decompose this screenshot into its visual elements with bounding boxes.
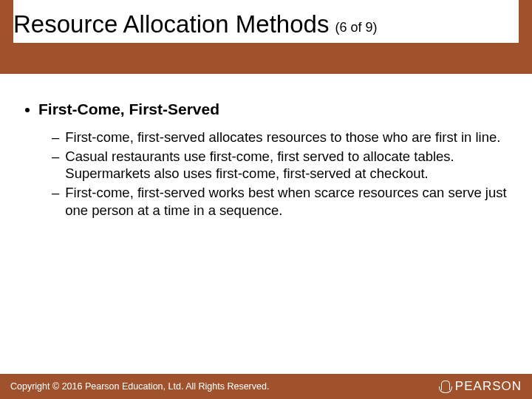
main-bullet: First-Come, First-Served [25, 100, 507, 118]
footer-bar: Copyright © 2016 Pearson Education, Ltd.… [0, 374, 532, 399]
slide-title: Resource Allocation Methods [13, 10, 329, 38]
slide-counter: (6 of 9) [335, 20, 377, 38]
sub-bullet-text: Casual restaurants use first-come, first… [65, 148, 507, 183]
copyright-text: Copyright © 2016 Pearson Education, Ltd.… [10, 381, 269, 392]
sub-bullet-text: First-come, first-served works best when… [65, 184, 507, 219]
slide-body: First-Come, First-Served – First-come, f… [0, 74, 532, 219]
list-item: – First-come, first-served works best wh… [52, 184, 507, 219]
brand-name: PEARSON [455, 379, 522, 394]
main-bullet-text: First-Come, First-Served [38, 100, 219, 118]
title-container: Resource Allocation Methods (6 of 9) [13, 0, 519, 43]
dash-icon: – [52, 148, 59, 166]
title-band: Resource Allocation Methods (6 of 9) [0, 0, 532, 74]
pearson-mark-icon [439, 381, 451, 392]
sub-bullet-text: First-come, first-served allocates resou… [65, 129, 500, 146]
dash-icon: – [52, 129, 59, 146]
sub-bullet-list: – First-come, first-served allocates res… [25, 129, 507, 219]
list-item: – Casual restaurants use first-come, fir… [52, 148, 507, 183]
list-item: – First-come, first-served allocates res… [52, 129, 507, 146]
brand-logo: PEARSON [439, 379, 522, 394]
slide: Resource Allocation Methods (6 of 9) Fir… [0, 0, 532, 399]
bullet-dot-icon [25, 108, 30, 112]
dash-icon: – [52, 184, 59, 202]
